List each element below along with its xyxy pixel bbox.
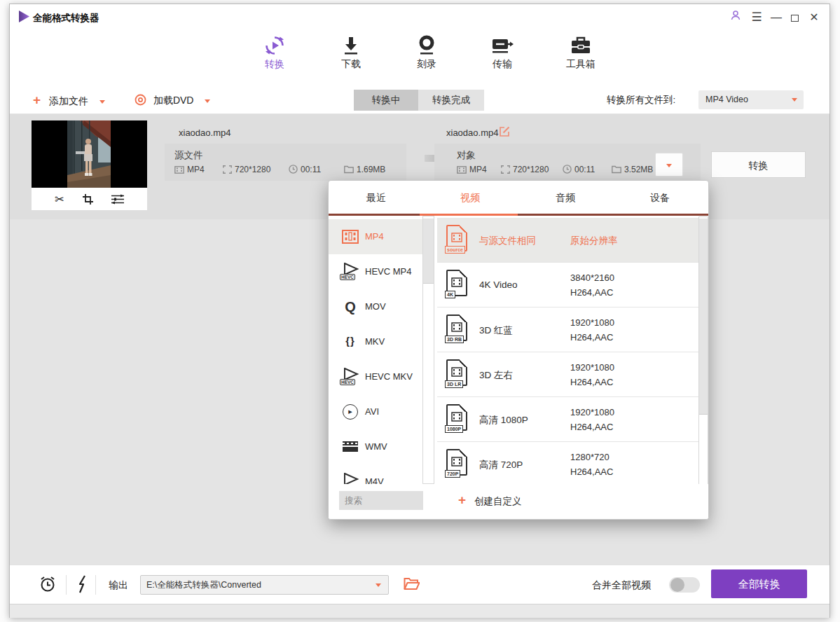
tab-label: 传输 (493, 58, 512, 69)
preset-name: 3D 红蓝 (479, 324, 513, 337)
close-button[interactable]: ✕ (806, 10, 822, 25)
format-item-mov[interactable]: Q MOV (329, 289, 422, 324)
person-icon (730, 10, 741, 21)
output-format-value: MP4 Video (705, 95, 748, 104)
tab-label: 转换 (265, 58, 284, 69)
preset-list-scrollbar[interactable] (698, 216, 708, 490)
minimize-button[interactable]: — (768, 10, 785, 25)
panel-tab-device[interactable]: 设备 (625, 181, 695, 214)
video-format-icon: 3D LR (446, 359, 467, 386)
video-thumbnail: ✂ (32, 120, 147, 210)
tab-toolbox[interactable]: 工具箱 (549, 32, 612, 81)
app-window: 全能格式转换器 ☰ — ✕ 转换 (9, 4, 830, 618)
output-path-select[interactable]: E:\全能格式转换器\Converted (140, 575, 389, 595)
chevron-down-icon (792, 98, 797, 102)
preset-hd-720p[interactable]: 720P 高清 720P 1280*720H264,AAC (437, 442, 698, 487)
preset-hd-1080p[interactable]: 1080P 高清 1080P 1920*1080H264,AAC (437, 397, 698, 442)
toolbar: + 添加文件 加载DVD 转换中 转换完成 转换所有文件到: MP4 Video (10, 86, 829, 114)
resolution-icon (501, 165, 510, 174)
search-input[interactable] (339, 491, 423, 510)
preset-specs: 3840*2160H264,AAC (570, 270, 614, 300)
preset-4k-video[interactable]: 4K 4K Video 3840*2160H264,AAC (437, 263, 698, 307)
panel-active-tab-underline (420, 214, 518, 216)
maximize-button[interactable] (786, 10, 803, 25)
open-folder-icon[interactable] (404, 577, 420, 590)
title-bar: 全能格式转换器 ☰ — ✕ (10, 4, 829, 29)
hevc-play-icon: HEVC (340, 368, 361, 386)
divider (66, 575, 67, 595)
preset-3d-left-right[interactable]: 3D LR 3D 左右 1920*1080H264,AAC (437, 352, 698, 397)
panel-tab-audio[interactable]: 音频 (530, 181, 600, 214)
plus-icon: + (458, 492, 466, 507)
tab-converted[interactable]: 转换完成 (418, 90, 484, 111)
panel-tab-video[interactable]: 视频 (435, 181, 505, 214)
format-item-hevc-mkv[interactable]: HEVC HEVC MKV (329, 359, 422, 394)
format-label: WMV (365, 441, 387, 452)
crop-icon[interactable] (83, 194, 93, 205)
minimize-icon: — (771, 11, 782, 23)
source-file-name: xiaodao.mp4 (179, 127, 230, 138)
trim-icon[interactable]: ✂ (55, 193, 64, 206)
disc-icon (395, 32, 458, 57)
preset-same-as-source[interactable]: source 与源文件相同 原始分辨率 (437, 218, 698, 263)
effects-icon[interactable] (111, 194, 124, 205)
preset-3d-red-blue[interactable]: 3D RB 3D 红蓝 1920*1080H264,AAC (437, 307, 698, 352)
scrollbar-thumb[interactable] (423, 219, 434, 284)
format-list-scrollbar[interactable] (422, 216, 434, 484)
close-icon: ✕ (809, 11, 818, 23)
format-item-m4v[interactable]: M4V (329, 464, 422, 484)
load-dvd-button[interactable]: 加载DVD (135, 86, 210, 114)
target-format-dropdown-button[interactable] (655, 153, 683, 177)
convert-icon (243, 32, 306, 57)
download-icon (319, 32, 383, 57)
create-custom-button[interactable]: + 创建自定义 (458, 486, 521, 514)
source-section-label: 源文件 (174, 149, 203, 162)
preset-list: source 与源文件相同 原始分辨率 (437, 216, 698, 490)
add-files-label: 添加文件 (49, 95, 88, 106)
film-icon (457, 166, 467, 174)
panel-tab-recent[interactable]: 最近 (341, 181, 411, 214)
dvd-icon (135, 94, 146, 106)
tab-convert[interactable]: 转换 (243, 32, 306, 81)
convert-button[interactable]: 转换 (711, 151, 806, 178)
format-item-avi[interactable]: ▸ AVI (329, 394, 422, 429)
convert-all-button[interactable]: 全部转换 (711, 569, 807, 598)
status-strip (10, 604, 829, 618)
format-item-mp4[interactable]: MP4 (329, 219, 422, 254)
scrollbar-thumb[interactable] (699, 219, 708, 415)
tab-converting[interactable]: 转换中 (354, 90, 418, 111)
preset-specs: 1920*1080H264,AAC (570, 315, 614, 345)
preset-name: 3D 左右 (479, 369, 513, 382)
tab-burn[interactable]: 刻录 (395, 32, 458, 81)
source-size-chip: 1.69MB (344, 165, 385, 174)
preset-specs: 1920*1080H264,AAC (570, 360, 614, 389)
boost-icon[interactable] (77, 575, 88, 593)
target-file-name: xiaodao.mp4 (446, 127, 498, 138)
rename-icon[interactable] (499, 125, 511, 137)
preset-name: 高清 1080P (479, 414, 528, 427)
format-list: MP4 HEVC HEVC MP4 Q MOV {} MKV (329, 216, 422, 484)
tab-download[interactable]: 下载 (319, 32, 383, 81)
app-logo-icon (18, 10, 31, 23)
format-item-wmv[interactable]: WMV (329, 429, 422, 464)
account-button[interactable] (727, 10, 744, 25)
video-format-icon: 1080P (446, 404, 467, 431)
footer-bar: 输出 E:\全能格式转换器\Converted 合并全部视频 全部转换 (10, 565, 829, 604)
source-format-chip: MP4 (174, 165, 205, 174)
source-info-box: 源文件 MP4 720*1280 00:11 1.69 (165, 144, 406, 181)
output-format-select[interactable]: MP4 Video (698, 90, 804, 109)
menu-button[interactable]: ☰ (748, 10, 765, 25)
format-item-hevc-mp4[interactable]: HEVC HEVC MP4 (329, 254, 422, 289)
clapperboard-icon (340, 438, 361, 456)
preset-specs: 1920*1080H264,AAC (570, 405, 614, 434)
tab-transfer[interactable]: 传输 (471, 32, 534, 81)
format-label: M4V (365, 476, 384, 484)
task-list-area: ✂ xiaodao.mp4 源文件 (10, 114, 829, 565)
add-files-button[interactable]: + 添加文件 (33, 86, 105, 114)
merge-toggle[interactable] (669, 577, 700, 593)
chevron-down-icon (205, 99, 210, 103)
format-label: HEVC MKV (365, 371, 413, 382)
format-item-mkv[interactable]: {} MKV (329, 324, 422, 359)
schedule-icon[interactable] (39, 575, 57, 593)
tab-label: 刻录 (417, 58, 436, 69)
